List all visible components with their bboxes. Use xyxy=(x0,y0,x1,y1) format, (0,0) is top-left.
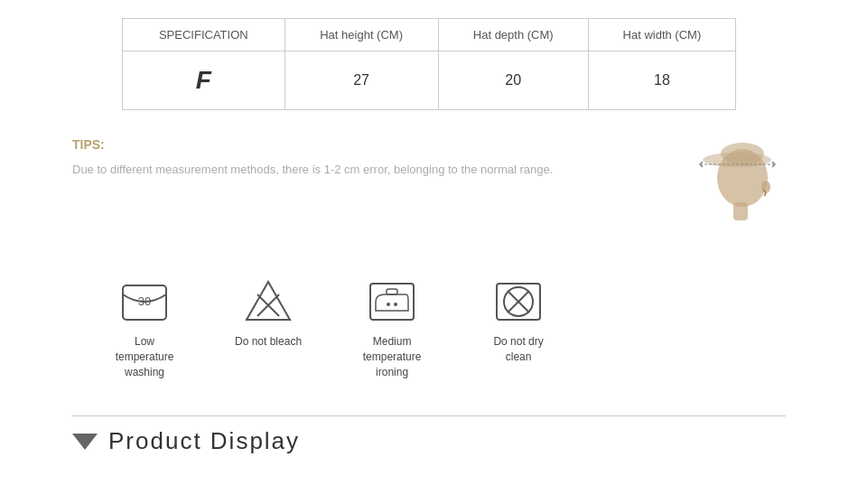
col-header-spec: SPECIFICATION xyxy=(123,19,285,51)
col-header-height: Hat height (CM) xyxy=(284,19,438,51)
section-divider xyxy=(72,415,786,416)
iron-icon xyxy=(367,276,417,327)
wash-label: Low temperaturewashing xyxy=(108,334,181,379)
svg-point-5 xyxy=(761,181,770,193)
svg-point-13 xyxy=(387,303,390,306)
product-display-title: Product Display xyxy=(108,427,300,455)
dryclean-icon xyxy=(493,276,544,327)
tips-description: Due to different measurement methods, th… xyxy=(72,161,659,180)
size-value: F xyxy=(123,51,285,110)
svg-text:30: 30 xyxy=(138,294,151,308)
col-header-width: Hat width (CM) xyxy=(588,19,735,51)
tips-text: TIPS: Due to different measurement metho… xyxy=(72,137,659,180)
tips-label: TIPS: xyxy=(72,137,659,152)
tips-section: TIPS: Due to different measurement metho… xyxy=(72,137,786,249)
svg-rect-1 xyxy=(733,202,748,220)
svg-point-3 xyxy=(721,143,764,164)
care-item-bleach: Do not bleach xyxy=(235,276,302,379)
bleach-label: Do not bleach xyxy=(235,334,302,350)
page-wrapper: SPECIFICATION Hat height (CM) Hat depth … xyxy=(0,0,858,473)
bleach-icon xyxy=(243,276,294,327)
hat-illustration xyxy=(677,137,786,249)
wash-icon: 30 xyxy=(119,276,170,327)
svg-rect-12 xyxy=(387,289,397,294)
care-item-wash: 30 Low temperaturewashing xyxy=(108,276,181,379)
height-value: 27 xyxy=(284,51,438,110)
triangle-icon xyxy=(72,434,98,450)
col-header-depth: Hat depth (CM) xyxy=(438,19,588,51)
care-item-dryclean: Do not dry clean xyxy=(482,276,555,379)
hat-svg xyxy=(677,137,786,246)
depth-value: 20 xyxy=(438,51,588,110)
dryclean-label: Do not dry clean xyxy=(482,334,555,365)
care-section: 30 Low temperaturewashing Do not bleach xyxy=(72,276,786,379)
care-item-iron: Medium temperatureironing xyxy=(356,276,428,379)
spec-table: SPECIFICATION Hat height (CM) Hat depth … xyxy=(122,18,736,110)
iron-label: Medium temperatureironing xyxy=(356,334,428,379)
svg-point-14 xyxy=(394,303,397,306)
width-value: 18 xyxy=(588,51,735,110)
svg-marker-8 xyxy=(247,282,290,320)
product-display-header: Product Display xyxy=(72,427,786,455)
